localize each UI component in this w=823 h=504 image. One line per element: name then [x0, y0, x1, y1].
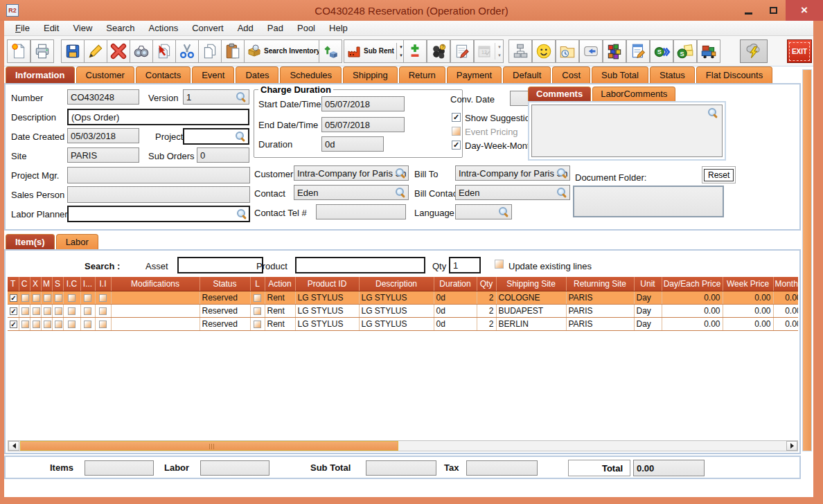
row-checkbox[interactable]	[21, 307, 29, 315]
cell-returning-site[interactable]: PARIS	[566, 317, 634, 330]
notes-s-button[interactable]: S	[673, 39, 697, 63]
cell-returning-site[interactable]: PARIS	[566, 304, 634, 317]
sub-rent-button[interactable]: Sub Rent ▼▼	[344, 39, 405, 63]
column-header-week-price[interactable]: Week Price	[723, 277, 773, 291]
column-header-qty[interactable]: Qty	[477, 277, 496, 291]
cell-month-price[interactable]: 0.00	[773, 304, 798, 317]
labor-planner-input[interactable]	[67, 206, 250, 222]
row-checkbox[interactable]	[254, 307, 261, 315]
tab-information[interactable]: Information	[6, 66, 75, 83]
document-folder-box[interactable]	[573, 186, 724, 217]
row-checkbox[interactable]	[10, 321, 17, 328]
checkbox-cell[interactable]	[52, 291, 63, 304]
add-remove-button[interactable]	[403, 39, 427, 63]
edit-document-button[interactable]	[626, 39, 650, 63]
tab-labor[interactable]: Labor	[56, 234, 98, 249]
cell-modifications[interactable]	[111, 317, 200, 330]
row-checkbox[interactable]	[10, 294, 17, 302]
item-row[interactable]: ReservedRentLG STYLUSLG STYLUS0d2BUDAPES…	[8, 304, 798, 317]
cell-modifications[interactable]	[111, 291, 200, 304]
checkbox-cell[interactable]	[41, 317, 52, 330]
row-checkbox[interactable]	[99, 294, 107, 302]
qty-input[interactable]	[449, 257, 481, 273]
show-suggestions-checkbox[interactable]	[452, 113, 461, 122]
cell-duration[interactable]: 0d	[434, 291, 477, 304]
tab-status[interactable]: Status	[650, 66, 695, 83]
cell-action[interactable]: Rent	[265, 291, 295, 304]
column-header-i-c[interactable]: I.C	[63, 277, 80, 291]
project-mgr-combo[interactable]	[67, 167, 250, 183]
send-key-button[interactable]	[579, 39, 603, 63]
horizontal-scrollbar[interactable]	[8, 440, 798, 451]
checkbox-cell[interactable]	[30, 317, 41, 330]
sub-rent-dropdown[interactable]: ▼▼	[396, 43, 403, 60]
notes-button[interactable]	[450, 39, 474, 63]
checkbox-cell[interactable]	[250, 317, 265, 330]
column-header-t[interactable]: T	[8, 277, 19, 291]
column-header-month-price[interactable]: Month Price	[773, 277, 798, 291]
row-checkbox[interactable]	[84, 307, 91, 315]
tab-sub-total[interactable]: Sub Total	[592, 66, 648, 83]
minimize-button[interactable]	[736, 0, 761, 21]
row-checkbox[interactable]	[99, 321, 107, 328]
item-row[interactable]: ReservedRentLG STYLUSLG STYLUS0d2COLOGNE…	[8, 291, 798, 304]
row-checkbox[interactable]	[33, 294, 40, 302]
tab-cost[interactable]: Cost	[552, 66, 590, 83]
checkbox-cell[interactable]	[19, 317, 30, 330]
cell-returning-site[interactable]: PARIS	[566, 291, 634, 304]
description-input[interactable]	[67, 109, 249, 125]
cell-unit[interactable]: Day	[634, 291, 662, 304]
convert-3d-button[interactable]	[319, 39, 342, 63]
cell-action[interactable]: Rent	[265, 317, 295, 330]
column-header-l[interactable]: L	[250, 277, 265, 291]
tab-items[interactable]: Item(s)	[6, 234, 55, 249]
row-checkbox[interactable]	[33, 321, 40, 328]
row-checkbox[interactable]	[21, 321, 29, 328]
print-button[interactable]	[30, 39, 54, 63]
menu-actions[interactable]: Actions	[142, 21, 186, 35]
app-icon[interactable]: R2	[6, 4, 19, 17]
forward-s-button[interactable]: S	[650, 39, 673, 63]
checkbox-cell[interactable]	[8, 304, 19, 317]
row-checkbox[interactable]	[55, 294, 62, 302]
menu-search[interactable]: Search	[99, 21, 141, 35]
cell-shipping-site[interactable]: BUDAPEST	[496, 304, 566, 317]
paste-button[interactable]	[221, 39, 245, 63]
cell-unit[interactable]: Day	[634, 304, 662, 317]
cell-shipping-site[interactable]: COLOGNE	[496, 291, 566, 304]
tab-contacts[interactable]: Contacts	[136, 66, 191, 83]
product-blocks-button[interactable]	[603, 39, 626, 63]
save-button[interactable]	[61, 39, 85, 63]
cell-qty[interactable]: 2	[477, 317, 496, 330]
checkbox-cell[interactable]	[8, 317, 19, 330]
cell-week-price[interactable]: 0.00	[723, 291, 773, 304]
comments-textarea[interactable]	[531, 105, 723, 157]
row-checkbox[interactable]	[84, 294, 91, 302]
column-header-action[interactable]: Action	[265, 277, 295, 291]
checkbox-cell[interactable]	[52, 304, 63, 317]
row-checkbox[interactable]	[55, 307, 62, 315]
cell-modifications[interactable]	[111, 304, 200, 317]
cell-shipping-site[interactable]: BERLIN	[496, 317, 566, 330]
row-checkbox[interactable]	[68, 294, 76, 302]
exit-button[interactable]: EXIT	[787, 39, 812, 63]
checkbox-cell[interactable]	[30, 291, 41, 304]
checkbox-cell[interactable]	[41, 291, 52, 304]
cell-status[interactable]: Reserved	[200, 304, 250, 317]
row-checkbox[interactable]	[21, 294, 29, 302]
tab-labor-comments[interactable]: LaborComments	[592, 87, 675, 101]
title-bar[interactable]: CO430248 Reservation (Operation Order) R…	[0, 0, 823, 21]
folder-recent-button[interactable]	[556, 39, 579, 63]
column-header-product-id[interactable]: Product ID	[295, 277, 359, 291]
horizontal-scroll-thumb[interactable]	[20, 441, 398, 451]
row-checkbox[interactable]	[44, 321, 51, 328]
checkbox-cell[interactable]	[95, 304, 111, 317]
cell-product-id[interactable]: LG STYLUS	[295, 317, 359, 330]
cell-status[interactable]: Reserved	[200, 291, 250, 304]
cell-description[interactable]: LG STYLUS	[359, 291, 434, 304]
shipping-truck-button[interactable]	[697, 39, 720, 63]
column-header-returning-site[interactable]: Returning Site	[566, 277, 634, 291]
tab-default[interactable]: Default	[503, 66, 551, 83]
reset-button[interactable]: Reset	[704, 169, 734, 181]
tab-flat-discounts[interactable]: Flat Discounts	[696, 66, 772, 83]
